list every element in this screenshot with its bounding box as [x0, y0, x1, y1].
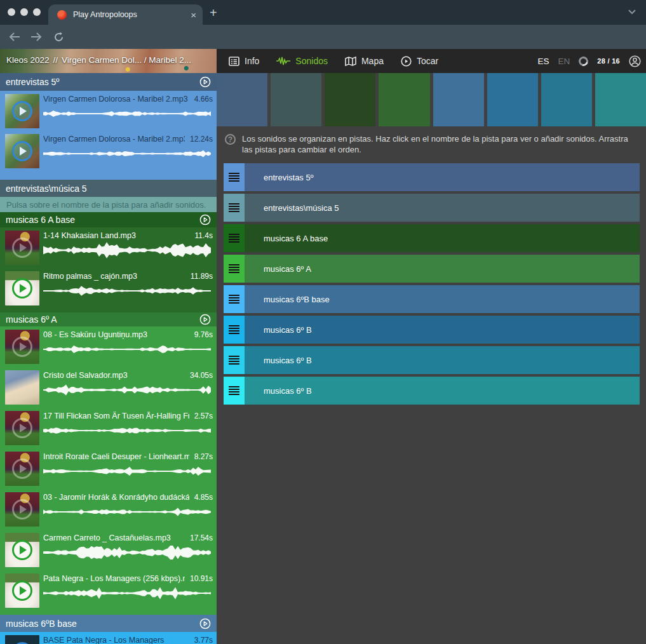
track-row-name[interactable]: musicas 6º B [245, 377, 312, 405]
track-row[interactable]: entrevistas\música 5 [224, 194, 640, 222]
track-drag-handle[interactable] [224, 194, 245, 222]
clip-title[interactable]: 1-14 Khakasian Land.mp3 [43, 231, 190, 240]
breadcrumb[interactable]: Kleos 2022//Virgen Carmen Dol... / Marib… [0, 49, 217, 73]
track-section-header[interactable]: musicas 6º A [0, 312, 217, 326]
track-row[interactable]: musicas 6 A base [224, 224, 640, 252]
track-section-header[interactable]: entrevistas\música 5 [0, 180, 217, 197]
back-button[interactable] [8, 30, 22, 44]
clip-title[interactable]: 17 Till Flickan Som Är Tusen År-Halling … [43, 412, 189, 420]
tab-tocar[interactable]: Tocar [401, 56, 438, 67]
lang-es[interactable]: ES [537, 57, 549, 66]
clip-color-tile[interactable] [217, 73, 267, 126]
clip-play-overlay-icon[interactable] [12, 499, 32, 520]
tab-close-icon[interactable]: × [191, 10, 196, 20]
track-section-header[interactable]: musicas 6ºB base [0, 615, 217, 632]
play-track-icon[interactable] [199, 314, 211, 325]
forward-button[interactable] [29, 30, 43, 44]
clip-item[interactable]: 03 - Jaromír Horák & Konrádyho dudácká .… [0, 491, 217, 532]
track-section-name[interactable]: entrevistas\música 5 [6, 184, 87, 194]
clip-item[interactable]: Introit Rorate Caeli Desuper - Lionheart… [0, 450, 217, 491]
clip-item[interactable]: 08 - Es Sakūru Uguntiņu.mp39.76s [0, 328, 217, 369]
tab-sonidos[interactable]: Sonidos [276, 56, 328, 66]
clip-color-tile[interactable] [379, 73, 429, 126]
track-row-name[interactable]: entrevistas\música 5 [245, 194, 339, 222]
clip-thumbnail[interactable] [5, 533, 39, 567]
tab-search-chevron-icon[interactable] [628, 9, 636, 15]
track-row[interactable]: musicas 6º B [224, 316, 640, 344]
track-drag-handle[interactable] [224, 285, 245, 313]
clip-thumbnail[interactable] [5, 330, 39, 364]
clip-play-overlay-icon[interactable] [12, 238, 32, 258]
browser-tab[interactable]: Play Antropoloops × [48, 4, 203, 25]
clip-title[interactable]: Pata Negra - Los Managers (256 kbps).mp3 [43, 574, 185, 583]
breadcrumb-path[interactable]: Virgen Carmen Dol... / Maribel 2... [62, 55, 191, 65]
play-track-icon[interactable] [199, 214, 211, 225]
clip-color-tile[interactable] [433, 73, 484, 126]
clip-item[interactable]: Virgen Carmen Dolorosa - Maribel 2.mp34.… [0, 93, 217, 133]
track-drag-handle[interactable] [224, 377, 245, 405]
clip-thumbnail[interactable] [5, 635, 39, 644]
window-controls[interactable] [8, 8, 41, 16]
clip-thumbnail[interactable] [5, 271, 39, 305]
play-track-icon[interactable] [199, 618, 211, 629]
clip-item[interactable]: Ritmo palmas _ cajón.mp311.89s [0, 270, 217, 311]
tab-info[interactable]: Info [229, 56, 259, 66]
clip-item[interactable]: Pata Negra - Los Managers (256 kbps).mp3… [0, 572, 217, 613]
reload-button[interactable] [51, 30, 65, 44]
track-row-name[interactable]: musicas 6º B [245, 346, 312, 374]
clip-item[interactable]: BASE Pata Negra - Los Managers3.77s [0, 634, 217, 644]
track-row-name[interactable]: musicas 6º B [245, 316, 312, 344]
clip-color-tile[interactable] [541, 73, 592, 126]
track-row-name[interactable]: entrevistas 5º [245, 163, 313, 191]
clip-play-overlay-icon[interactable] [12, 141, 32, 161]
clip-title[interactable]: Introit Rorate Caeli Desuper - Lionheart… [43, 452, 189, 461]
clip-play-overlay-icon[interactable] [12, 101, 32, 121]
track-row[interactable]: musicas 6º B [224, 377, 640, 405]
track-row-name[interactable]: musicas 6º A [245, 255, 311, 283]
track-drag-handle[interactable] [224, 224, 245, 252]
clip-item[interactable]: 17 Till Flickan Som Är Tusen År-Halling … [0, 410, 217, 450]
clip-play-overlay-icon[interactable] [12, 278, 32, 299]
clip-thumbnail[interactable] [5, 231, 39, 265]
clip-title[interactable]: Ritmo palmas _ cajón.mp3 [43, 272, 185, 281]
clip-thumbnail[interactable] [5, 411, 39, 445]
track-drag-handle[interactable] [224, 255, 245, 283]
clip-item[interactable]: 1-14 Khakasian Land.mp311.4s [0, 229, 217, 270]
clip-title[interactable]: BASE Pata Negra - Los Managers [43, 636, 189, 644]
clip-title[interactable]: Virgen Carmen Dolorosa - Maribel 2.mp3 [43, 95, 189, 104]
clip-play-overlay-icon[interactable] [12, 459, 32, 479]
clip-play-overlay-icon[interactable] [12, 580, 32, 601]
track-section-name[interactable]: musicas 6 A base [6, 215, 75, 225]
clip-play-overlay-icon[interactable] [12, 540, 32, 560]
tab-mapa[interactable]: Mapa [345, 56, 384, 66]
track-section-name[interactable]: musicas 6º A [6, 314, 57, 325]
clip-item[interactable]: Virgen Carmen Dolorosa - Maribel 2.mp312… [0, 133, 217, 173]
clip-item[interactable]: Cristo del Salvador.mp334.05s [0, 369, 217, 410]
new-tab-button[interactable]: + [210, 6, 217, 20]
clip-thumbnail[interactable] [5, 574, 39, 608]
track-drag-handle[interactable] [224, 316, 245, 344]
track-row[interactable]: musicas 6º B [224, 346, 640, 374]
track-row-name[interactable]: musicas 6ºB base [245, 285, 330, 313]
zoom-window-button[interactable] [33, 8, 41, 16]
clip-thumbnail[interactable] [5, 134, 39, 168]
clip-title[interactable]: Virgen Carmen Dolorosa - Maribel 2.mp3 [43, 135, 185, 144]
lang-en[interactable]: EN [558, 57, 570, 66]
clip-color-tile[interactable] [487, 73, 538, 126]
clip-thumbnail[interactable] [5, 492, 39, 527]
track-row[interactable]: entrevistas 5º [224, 163, 640, 191]
track-section-header[interactable]: musicas 6 A base [0, 212, 217, 227]
clip-title[interactable]: Cristo del Salvador.mp3 [43, 371, 185, 380]
track-section-header[interactable]: entrevistas 5º [0, 73, 217, 91]
clip-item[interactable]: Carmen Carreto _ Castañuelas.mp317.54s [0, 532, 217, 572]
clip-color-tile[interactable] [325, 73, 375, 126]
clip-thumbnail[interactable] [5, 94, 39, 128]
clip-play-overlay-icon[interactable] [12, 418, 32, 438]
track-row-name[interactable]: musicas 6 A base [245, 224, 328, 252]
track-section-name[interactable]: entrevistas 5º [6, 77, 60, 87]
play-track-icon[interactable] [199, 76, 211, 88]
clip-thumbnail[interactable] [5, 370, 39, 405]
clip-title[interactable]: 08 - Es Sakūru Uguntiņu.mp3 [43, 330, 189, 339]
track-row[interactable]: musicas 6º A [224, 255, 640, 283]
clip-thumbnail[interactable] [5, 452, 39, 486]
